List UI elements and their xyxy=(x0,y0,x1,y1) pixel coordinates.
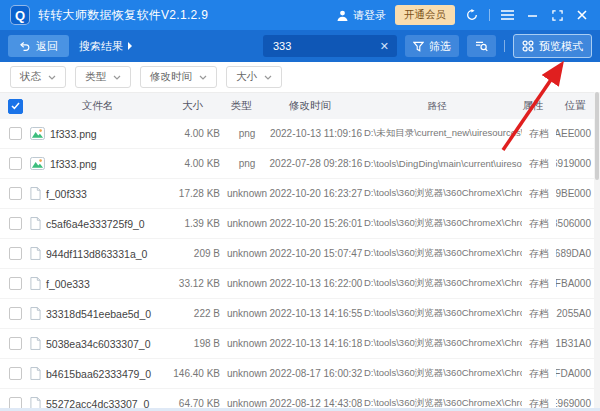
column-header-type[interactable]: 类型 xyxy=(220,99,262,113)
modified-filter-dropdown[interactable]: 修改时间 xyxy=(140,66,217,88)
row-checkbox[interactable] xyxy=(9,217,22,230)
file-name: b4615baa62333479_0 xyxy=(46,368,151,380)
file-path: D:\未知目录\current_new\uiresources\new\c... xyxy=(364,127,522,140)
type-filter-dropdown[interactable]: 类型 xyxy=(75,66,131,88)
chevron-down-icon xyxy=(199,75,207,80)
close-button[interactable] xyxy=(574,7,590,23)
file-type: unknown xyxy=(226,308,268,319)
file-size: 209 B xyxy=(165,248,226,259)
file-name: 944df113d863331a_0 xyxy=(46,248,147,260)
user-icon xyxy=(336,9,349,22)
file-attr: 存档 xyxy=(522,217,556,231)
file-modified: 2022-08-17 16:00:32 xyxy=(268,368,364,379)
file-icon xyxy=(30,277,41,290)
file-name: c5af6a4e333725f9_0 xyxy=(46,218,145,230)
search-box[interactable]: ✕ xyxy=(263,35,397,57)
file-type: png xyxy=(226,158,268,169)
filter-button[interactable]: 筛选 xyxy=(405,35,459,57)
file-modified: 2022-10-13 14:16:18 xyxy=(268,338,364,349)
chevron-down-icon xyxy=(113,75,121,80)
image-file-icon xyxy=(30,157,45,170)
file-modified: 2022-10-20 15:26:01 xyxy=(268,218,364,229)
row-checkbox[interactable] xyxy=(9,187,22,200)
file-icon xyxy=(30,367,41,380)
back-button[interactable]: 返回 xyxy=(8,35,69,57)
row-checkbox[interactable] xyxy=(9,367,22,380)
table-row[interactable]: 5038ea34c6033307_0 198 B unknown 2022-10… xyxy=(0,329,600,359)
size-filter-dropdown[interactable]: 大小 xyxy=(226,66,282,88)
secondary-toolbar: 返回 搜索结果 ✕ 筛选 预览模式 xyxy=(0,30,600,62)
search-lines-icon xyxy=(475,40,488,52)
file-size: 222 B xyxy=(165,308,226,319)
file-modified: 2022-10-13 11:09:16 xyxy=(268,128,364,139)
table-row[interactable]: f_00e333 33.12 KB unknown 2022-10-13 16:… xyxy=(0,269,600,299)
grid-icon xyxy=(522,40,534,52)
file-modified: 2022-07-28 09:28:16 xyxy=(268,158,364,169)
file-modified: 2022-10-13 14:16:55 xyxy=(268,308,364,319)
column-header-modified[interactable]: 修改时间 xyxy=(262,99,358,113)
column-header-attr[interactable]: 属性 xyxy=(516,99,550,113)
table-row[interactable]: 33318d541eebae5d_0 222 B unknown 2022-10… xyxy=(0,299,600,329)
file-attr: 存档 xyxy=(522,247,556,261)
row-checkbox[interactable] xyxy=(9,127,22,140)
back-label: 返回 xyxy=(36,39,58,54)
column-header-name[interactable]: 文件名 xyxy=(30,99,165,113)
maximize-button[interactable] xyxy=(549,7,565,23)
file-type: unknown xyxy=(226,218,268,229)
table-body: 1f333.png 4.00 KB png 2022-10-13 11:09:1… xyxy=(0,119,600,411)
caret-right-icon xyxy=(128,42,132,50)
type-filter-label: 类型 xyxy=(85,70,106,84)
file-size: 1.39 KB xyxy=(165,218,226,229)
file-attr: 存档 xyxy=(522,127,556,141)
row-checkbox[interactable] xyxy=(9,307,22,320)
row-checkbox[interactable] xyxy=(9,337,22,350)
file-path: D:\tools\360浏览器\360ChromeX\Chrome\... xyxy=(364,367,522,380)
breadcrumb-label: 搜索结果 xyxy=(79,39,123,54)
back-icon xyxy=(19,41,31,52)
column-header-size[interactable]: 大小 xyxy=(165,99,220,113)
file-path: D:\tools\360浏览器\360ChromeX\Chrome\... xyxy=(364,187,522,200)
file-path: D:\tools\360浏览器\360ChromeX\Chrome\... xyxy=(364,337,522,350)
titlebar-separator xyxy=(489,9,490,21)
scrollbar-thumb[interactable] xyxy=(595,92,599,180)
row-checkbox[interactable] xyxy=(9,247,22,260)
row-checkbox[interactable] xyxy=(9,157,22,170)
search-input[interactable] xyxy=(271,39,374,53)
minimize-button[interactable] xyxy=(524,7,540,23)
file-type: unknown xyxy=(226,248,268,259)
menu-button[interactable] xyxy=(499,7,515,23)
file-size: 4.00 KB xyxy=(165,128,226,139)
table-row[interactable]: b4615baa62333479_0 146.40 KB unknown 202… xyxy=(0,359,600,389)
preview-mode-button[interactable]: 预览模式 xyxy=(513,34,592,58)
status-filter-dropdown[interactable]: 状态 xyxy=(10,66,66,88)
file-type: png xyxy=(226,128,268,139)
modified-filter-label: 修改时间 xyxy=(150,70,192,84)
file-icon xyxy=(30,247,41,260)
file-name: f_00f333 xyxy=(46,188,87,200)
file-type: unknown xyxy=(226,338,268,349)
search-settings-button[interactable] xyxy=(467,35,496,57)
table-row[interactable]: c5af6a4e333725f9_0 1.39 KB unknown 2022-… xyxy=(0,209,600,239)
app-logo: Q xyxy=(10,5,30,25)
vip-button[interactable]: 开通会员 xyxy=(395,5,455,25)
file-size: 17.28 KB xyxy=(165,188,226,199)
breadcrumb[interactable]: 搜索结果 xyxy=(79,39,132,54)
scrollbar[interactable] xyxy=(594,92,600,408)
table-row[interactable]: 944df113d863331a_0 209 B unknown 2022-10… xyxy=(0,239,600,269)
table-row[interactable]: f_00f333 17.28 KB unknown 2022-10-20 16:… xyxy=(0,179,600,209)
circular-arrow-icon[interactable] xyxy=(464,7,480,23)
file-type: unknown xyxy=(226,188,268,199)
clear-search-icon[interactable]: ✕ xyxy=(380,41,389,52)
select-all-checkbox[interactable] xyxy=(8,99,23,114)
table-row[interactable]: 1f333.png 4.00 KB png 2022-10-13 11:09:1… xyxy=(0,119,600,149)
column-header-location[interactable]: 位置 xyxy=(550,99,600,113)
file-name: f_00e333 xyxy=(46,278,90,290)
row-checkbox[interactable] xyxy=(9,277,22,290)
login-button[interactable]: 请登录 xyxy=(336,8,386,23)
file-attr: 存档 xyxy=(522,307,556,321)
table-row[interactable]: 1f333.png 4.00 KB png 2022-07-28 09:28:1… xyxy=(0,149,600,179)
column-header-path[interactable]: 路径 xyxy=(358,100,516,113)
file-type: unknown xyxy=(226,368,268,379)
file-size: 33.12 KB xyxy=(165,278,226,289)
file-modified: 2022-10-20 15:07:47 xyxy=(268,248,364,259)
